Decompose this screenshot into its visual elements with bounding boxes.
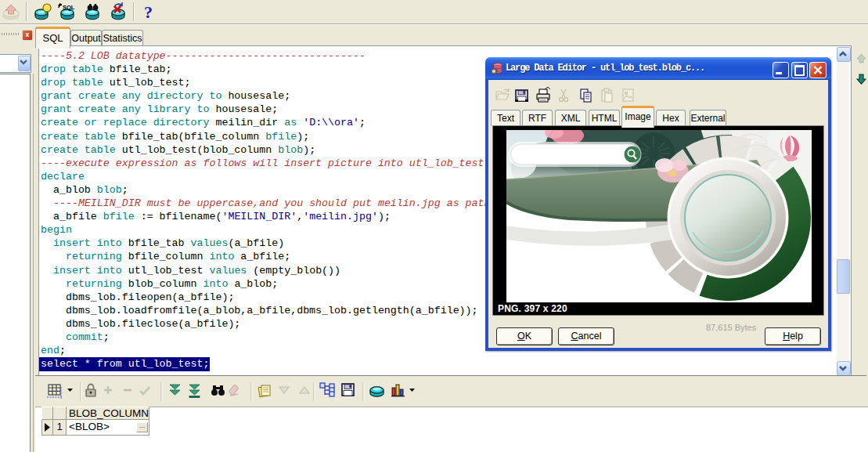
svg-text:SQL: SQL — [63, 4, 75, 11]
svg-text:?: ? — [144, 2, 153, 22]
